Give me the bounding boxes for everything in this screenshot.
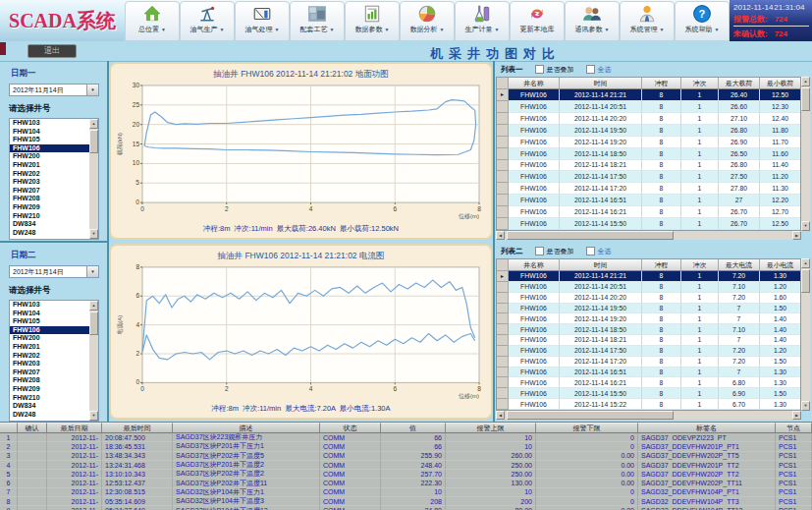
table-row[interactable]: FHW1062012-11-14 16:518171.30 — [497, 368, 800, 378]
table-row[interactable]: FHW1062012-11-14 20:208127.1012.40 — [497, 113, 800, 125]
alarm-row[interactable]: 32012-11-13:48:34.343SAGD37区块P202井下温度5CO… — [0, 452, 812, 461]
well-list-item[interactable]: DW834 — [10, 402, 89, 411]
well-list-item[interactable]: FHW200 — [10, 334, 89, 343]
alarm-row[interactable]: 62012-11-12:53:12.437SAGD37区块P202井下温度11C… — [0, 479, 812, 487]
well-list-item[interactable]: FHW209 — [10, 385, 89, 394]
alarm-row[interactable]: 22012-11-18:36:45.531SAGD37区块P201井下压力1CO… — [0, 442, 812, 451]
table-row[interactable]: FHW1062012-11-14 16:218126.7012.70 — [497, 206, 800, 218]
overlay-checkbox[interactable]: 是否叠加 — [535, 247, 574, 256]
table-row[interactable]: ►FHW1062012-11-14 21:218126.4012.50 — [497, 89, 800, 101]
alarm-row[interactable]: 12012-11-20:08:47.500SAGD37区块223观察井压力COM… — [0, 433, 812, 442]
horizontal-scrollbar[interactable]: ◀▶ — [496, 231, 801, 240]
table-row[interactable]: FHW1062012-11-14 19:208171.40 — [497, 313, 800, 324]
table-row[interactable]: FHW1062012-11-14 18:508126.5011.60 — [497, 148, 800, 160]
table-row[interactable]: FHW1062012-11-14 17:508127.5011.20 — [497, 171, 800, 183]
table-row[interactable]: FHW1062012-11-14 20:51817.101.20 — [497, 282, 800, 293]
well-list-item[interactable]: DW248 — [10, 229, 89, 238]
well-list-item[interactable]: FHW200 — [10, 152, 89, 161]
well-list-item[interactable]: FHW105 — [10, 317, 89, 326]
well-list-item[interactable]: FHW209 — [10, 203, 89, 212]
scrollbar-thumb[interactable] — [89, 130, 98, 153]
well-list-item[interactable]: FHW104 — [10, 128, 89, 137]
scroll-left-icon[interactable]: ◀ — [496, 231, 505, 240]
scroll-down-icon[interactable]: ▼ — [89, 229, 98, 239]
select-all-checkbox[interactable]: 全选 — [586, 247, 612, 256]
toolbar-oil-gas-production[interactable]: 油气生产▼ — [180, 1, 235, 41]
scroll-up-icon[interactable]: ▲ — [801, 258, 810, 268]
scrollbar-thumb[interactable] — [507, 231, 674, 240]
well-list-item[interactable]: DW248 — [10, 411, 89, 420]
scroll-right-icon[interactable]: ▶ — [792, 231, 801, 240]
table-row[interactable]: FHW1062012-11-14 15:508126.7012.50 — [497, 218, 800, 230]
overlay-checkbox[interactable]: 是否叠加 — [535, 65, 574, 75]
vertical-scrollbar[interactable]: ▲▼ — [89, 119, 98, 239]
toolbar-comm-params[interactable]: 通讯参数▼ — [565, 1, 620, 41]
date-select[interactable]: 2012年11月14日 ▼ — [9, 265, 99, 278]
table-row[interactable]: FHW1062012-11-14 20:20817.201.60 — [497, 293, 800, 304]
alarm-row[interactable]: 72012-11-12:30:08.515SAGD32区块P104井下压力1CO… — [0, 488, 812, 497]
scrollbar-thumb[interactable] — [507, 411, 674, 420]
well-list-item[interactable]: FHW208 — [10, 376, 89, 385]
well-list-item[interactable]: FHW207 — [10, 187, 89, 196]
chevron-down-icon[interactable]: ▼ — [86, 266, 98, 277]
table-row[interactable]: FHW1062012-11-14 17:208127.8011.30 — [497, 183, 800, 195]
date-select[interactable]: 2012年11月14日 ▼ — [9, 84, 99, 96]
table-row[interactable]: FHW1062012-11-14 18:50817.101.40 — [497, 324, 800, 335]
well-list-item[interactable]: FHW201 — [10, 343, 89, 352]
scroll-up-icon[interactable]: ▲ — [801, 77, 810, 86]
well-list[interactable]: FHW103FHW104FHW105FHW106FHW200FHW201FHW2… — [9, 300, 99, 422]
well-list-item[interactable]: FHW208 — [10, 195, 89, 203]
well-list-item[interactable]: FHW104 — [10, 310, 89, 318]
select-all-checkbox[interactable]: 全选 — [586, 65, 612, 75]
table-row[interactable]: FHW1062012-11-14 18:218171.40 — [497, 335, 800, 346]
table-row[interactable]: FHW1062012-11-14 19:508171.50 — [497, 304, 800, 314]
table-row[interactable]: FHW1062012-11-14 15:50816.901.50 — [497, 388, 800, 399]
toolbar-update-local-db[interactable]: 更新本地库 — [510, 1, 565, 41]
toolbar-oil-gas-processing[interactable]: 油气处理▼ — [235, 1, 290, 41]
scroll-up-icon[interactable]: ▲ — [89, 301, 98, 311]
well-list-item[interactable]: FHW203 — [10, 360, 89, 368]
toolbar-data-analysis[interactable]: 数据分析▼ — [400, 1, 455, 41]
toolbar-system-manage[interactable]: 系统管理▼ — [620, 1, 675, 41]
well-list[interactable]: FHW103FHW104FHW105FHW106FHW200FHW201FHW2… — [9, 118, 99, 240]
well-list-item[interactable]: FHW106 — [10, 144, 89, 153]
vertical-scrollbar[interactable]: ▲▼ — [89, 301, 98, 421]
well-list-item[interactable]: FHW106 — [10, 326, 89, 335]
well-list-item[interactable]: FHW103 — [10, 301, 89, 310]
alarm-row[interactable]: 42012-11-13:24:31.468SAGD37区块P201井下温度2CO… — [0, 461, 812, 470]
well-list-item[interactable]: FHW202 — [10, 170, 89, 179]
scrollbar-thumb[interactable] — [801, 269, 810, 293]
exit-button[interactable]: 退出 — [27, 44, 77, 58]
table-row[interactable]: FHW1062012-11-14 18:218126.8011.40 — [497, 160, 800, 172]
well-list-item[interactable]: FHW105 — [10, 136, 89, 144]
table-row[interactable]: FHW1062012-11-14 16:21816.801.30 — [497, 377, 800, 388]
scroll-up-icon[interactable]: ▲ — [89, 119, 98, 129]
toolbar-production-measure[interactable]: 生产计量▼ — [455, 1, 510, 41]
scroll-right-icon[interactable]: ▶ — [792, 411, 801, 420]
table-row[interactable]: FHW1062012-11-14 17:20817.201.50 — [497, 357, 800, 368]
toolbar-system-help[interactable]: ?系统帮助▼ — [675, 1, 730, 41]
table-row[interactable]: FHW1062012-11-14 19:508126.8011.80 — [497, 125, 800, 137]
table-row[interactable]: ►FHW1062012-11-14 21:21817.201.30 — [497, 271, 800, 282]
well-list-item[interactable]: FHW207 — [10, 368, 89, 377]
table-row[interactable]: FHW1062012-11-14 17:50817.201.20 — [497, 346, 800, 357]
horizontal-scrollbar[interactable]: ◀▶ — [496, 411, 801, 420]
well-list-item[interactable]: FHW210 — [10, 394, 89, 403]
toolbar-data-params[interactable]: 数据参数▼ — [345, 1, 400, 41]
chevron-down-icon[interactable]: ▼ — [86, 85, 98, 95]
well-list-item[interactable]: FHW210 — [10, 212, 89, 221]
well-list-item[interactable]: FHW201 — [10, 161, 89, 170]
alarm-row[interactable]: 82012-11-05:35:14.609SAGD32区块P104井下温度3CO… — [0, 497, 812, 506]
scroll-left-icon[interactable]: ◀ — [496, 411, 505, 420]
well-list-item[interactable]: FHW202 — [10, 352, 89, 361]
well-list-item[interactable]: FHW203 — [10, 178, 89, 187]
vertical-scrollbar[interactable]: ▲▼ — [801, 258, 810, 411]
alarm-row[interactable]: 92012-11-05:34:37.640SAGD32区块P104井下温度12C… — [0, 506, 812, 510]
scrollbar-thumb[interactable] — [801, 87, 810, 111]
scroll-down-icon[interactable]: ▼ — [801, 401, 810, 411]
well-list-item[interactable]: FHW103 — [10, 119, 89, 128]
well-list-item[interactable]: DW834 — [10, 220, 89, 229]
scrollbar-thumb[interactable] — [89, 312, 98, 335]
toolbar-overview[interactable]: 总位置▼ — [125, 1, 180, 41]
table-row[interactable]: FHW1062012-11-14 20:518126.6012.30 — [497, 101, 800, 113]
